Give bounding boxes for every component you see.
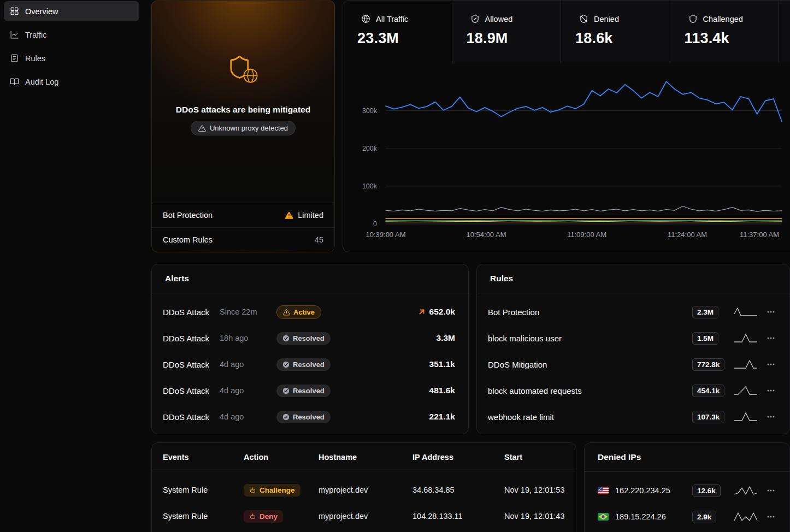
tab-value: 113.4k	[685, 30, 779, 47]
tab-challenged[interactable]: Challenged 113.4k	[670, 1, 780, 63]
tab-allowed[interactable]: Allowed 18.9M	[452, 1, 562, 63]
rule-menu-button[interactable]	[767, 359, 776, 369]
alert-value: 652.0k	[417, 307, 455, 317]
x-axis-tick: 11:24:00 AM	[668, 230, 707, 239]
ellipsis-icon	[767, 412, 775, 421]
ellipsis-icon	[767, 386, 775, 395]
ellipsis-icon	[767, 486, 775, 495]
rule-menu-button[interactable]	[767, 307, 776, 317]
rule-hit-count: 1.5M	[692, 332, 718, 345]
alert-time: 4d ago	[220, 412, 269, 421]
sidebar-item-traffic[interactable]: Traffic	[4, 25, 139, 45]
traffic-line-chart	[386, 63, 782, 227]
rule-sparkline	[734, 333, 758, 344]
mitigation-title: DDoS attacks are being mitigated	[152, 105, 334, 115]
rule-sparkline	[734, 359, 758, 370]
alert-time: 4d ago	[220, 360, 269, 369]
traffic-chart: 300k 200k 100k 0 10:39:00 AM 10:54:00 AM…	[343, 63, 790, 252]
alert-row[interactable]: DDoS Attack Since 22m Active 652.0k	[152, 299, 468, 325]
rule-name: Bot Protection	[488, 308, 692, 317]
event-row[interactable]: System Rule Deny myproject.dev 104.28.13…	[152, 503, 576, 529]
denied-ip-count: 12.6k	[692, 484, 721, 497]
sidebar-item-label: Overview	[25, 7, 58, 16]
rule-menu-button[interactable]	[767, 412, 776, 422]
traffic-overview-card: All Traffic 23.3M Allowed 18.9M Denied 1…	[343, 0, 790, 252]
shield-check-icon	[470, 14, 480, 23]
rule-row[interactable]: Bot Protection 2.3M	[477, 299, 789, 325]
action-badge-challenge: Challenge	[244, 484, 300, 496]
alert-name: DDoS Attack	[163, 334, 220, 343]
denied-ip-sparkline	[734, 485, 758, 496]
denied-ips-title: Denied IPs	[585, 443, 789, 472]
denied-ip-menu-button[interactable]	[767, 512, 776, 522]
ellipsis-icon	[767, 308, 775, 316]
alert-time: Since 22m	[220, 308, 269, 316]
shield-globe-icon	[226, 54, 260, 86]
event-start: Nov 19, 12:01:43	[504, 512, 565, 521]
alert-status-badge: Resolved	[276, 411, 331, 423]
rule-row[interactable]: DDoS Mitigation 772.8k	[477, 351, 789, 377]
sidebar-item-rules[interactable]: Rules	[4, 48, 139, 68]
rule-name: block malicious user	[488, 334, 692, 343]
tab-value: 18.9M	[467, 30, 561, 47]
check-circle-icon	[282, 413, 290, 421]
alert-status-badge: Resolved	[276, 358, 331, 371]
rule-name: DDoS Mitigation	[488, 360, 692, 369]
alert-row[interactable]: DDoS Attack 4d ago Resolved 481.6k	[152, 377, 468, 404]
tabs-filler	[779, 1, 790, 63]
y-axis-tick: 0	[343, 220, 377, 228]
arrow-up-right-icon	[417, 308, 426, 316]
alert-row[interactable]: DDoS Attack 4d ago Resolved 221.1k	[152, 404, 468, 430]
tab-all-traffic[interactable]: All Traffic 23.3M	[343, 1, 452, 63]
bot-protection-row[interactable]: Bot Protection Limited	[152, 203, 334, 227]
alert-value: 221.1k	[429, 412, 455, 422]
denied-ip-row[interactable]: 189.15.224.26 2.9k	[585, 504, 789, 530]
bot-icon	[249, 487, 256, 494]
warning-filled-icon	[285, 211, 293, 220]
rules-title: Rules	[477, 264, 789, 293]
tab-value: 18.6k	[575, 30, 670, 47]
rule-sparkline	[734, 411, 758, 422]
grid-icon	[10, 7, 19, 16]
custom-rules-row[interactable]: Custom Rules 45	[152, 227, 334, 252]
rules-card: Rules Bot Protection 2.3M block maliciou…	[476, 264, 790, 434]
denied-ip-address: 162.220.234.25	[615, 486, 692, 495]
event-hostname: myproject.dev	[319, 486, 412, 494]
column-header-start: Start	[504, 453, 565, 462]
check-circle-icon	[282, 387, 290, 394]
events-table-header: Events Action Hostname IP Address Start	[152, 443, 576, 471]
x-axis-tick: 10:54:00 AM	[467, 230, 506, 239]
mitigation-status-card: DDoS attacks are being mitigated Unknown…	[151, 0, 335, 252]
ellipsis-icon	[767, 360, 775, 369]
tab-label: Challenged	[703, 15, 743, 23]
rule-row[interactable]: block automated requests 454.1k	[477, 377, 789, 404]
bot-protection-label: Bot Protection	[163, 211, 213, 220]
alert-row[interactable]: DDoS Attack 4d ago Resolved 351.1k	[152, 351, 468, 377]
sidebar-item-label: Rules	[25, 54, 45, 63]
alert-value: 3.3M	[437, 333, 455, 343]
alert-row[interactable]: DDoS Attack 18h ago Resolved 3.3M	[152, 325, 468, 351]
sidebar-item-overview[interactable]: Overview	[4, 1, 139, 21]
rule-hit-count: 772.8k	[692, 358, 724, 371]
event-ip: 34.68.34.85	[412, 486, 504, 494]
rule-menu-button[interactable]	[767, 333, 776, 343]
rule-name: block automated requests	[488, 386, 692, 395]
rule-row[interactable]: block malicious user 1.5M	[477, 325, 789, 351]
shield-icon	[688, 14, 698, 23]
shield-off-icon	[579, 14, 588, 23]
denied-ip-menu-button[interactable]	[767, 486, 776, 495]
traffic-stat-tabs: All Traffic 23.3M Allowed 18.9M Denied 1…	[343, 1, 790, 63]
denied-ips-card: Denied IPs 162.220.234.25 12.6k 189.15.2…	[584, 442, 790, 532]
tab-denied[interactable]: Denied 18.6k	[561, 1, 670, 63]
rule-menu-button[interactable]	[767, 386, 776, 395]
sidebar: Overview Traffic Rules Audit Log	[0, 0, 143, 532]
globe-icon	[361, 14, 370, 23]
mitigation-summary-rows: Bot Protection Limited Custom Rules 45	[152, 203, 334, 252]
column-header-events: Events	[163, 453, 244, 462]
event-row[interactable]: System Rule Challenge myproject.dev 34.6…	[152, 477, 576, 503]
tab-label: All Traffic	[376, 15, 408, 23]
denied-ip-address: 189.15.224.26	[615, 512, 692, 521]
denied-ip-row[interactable]: 162.220.234.25 12.6k	[585, 477, 789, 504]
sidebar-item-audit-log[interactable]: Audit Log	[4, 72, 139, 92]
rule-row[interactable]: webhook rate limit 107.3k	[477, 404, 789, 430]
